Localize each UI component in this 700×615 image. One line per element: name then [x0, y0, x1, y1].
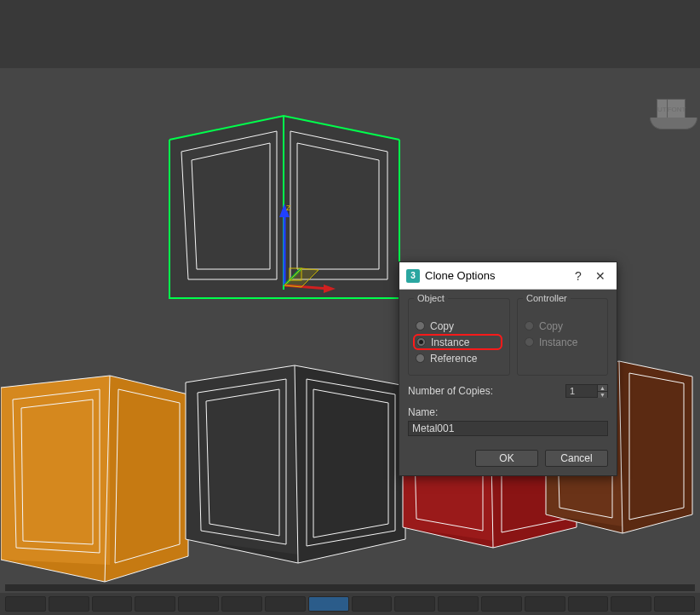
controller-group: Controller Copy Instance [517, 298, 608, 376]
radio-icon [525, 321, 534, 330]
object-group: Object Copy Instance Reference [408, 298, 510, 376]
controller-instance-radio: Instance [525, 334, 600, 350]
timeline-slot[interactable] [265, 596, 306, 612]
timeline-slot[interactable] [92, 596, 133, 612]
timeline-slot[interactable] [308, 596, 349, 612]
timeline-slot[interactable] [352, 596, 393, 612]
copies-label: Number of Copies: [408, 385, 493, 397]
timeline-slot[interactable] [525, 596, 565, 612]
ok-button[interactable]: OK [475, 450, 538, 467]
spinner-up-icon[interactable]: ▲ [598, 385, 607, 392]
timeline-slot[interactable] [221, 596, 262, 612]
controller-group-legend: Controller [523, 293, 571, 303]
view-cube[interactable]: UT FONT [651, 99, 692, 126]
timeline-slot[interactable] [568, 596, 609, 612]
dialog-title: Clone Options [425, 269, 567, 282]
name-label: Name: [408, 406, 438, 418]
timeline-seg [5, 585, 695, 591]
help-button[interactable]: ? [567, 265, 589, 287]
copies-row: Number of Copies: 1 ▲ ▼ [408, 384, 608, 398]
timeline-slot[interactable] [394, 596, 435, 612]
close-button[interactable]: ✕ [589, 265, 611, 287]
spinner-down-icon[interactable]: ▼ [598, 392, 607, 398]
timeline-slot[interactable] [5, 596, 46, 612]
crate-dark[interactable] [182, 362, 408, 566]
timeline-slot[interactable] [611, 596, 651, 612]
copies-value[interactable]: 1 [566, 385, 597, 397]
controller-copy-radio: Copy [525, 318, 600, 334]
object-instance-label: Instance [431, 336, 469, 348]
move-gizmo[interactable]: z [261, 200, 337, 298]
app-icon: 3 [406, 269, 420, 283]
timeline-slot[interactable] [438, 596, 479, 612]
view-cube-face-left[interactable]: UT [657, 100, 668, 118]
crate-orange[interactable] [1, 362, 188, 589]
view-cube-ring[interactable] [650, 118, 697, 129]
timeline-track[interactable] [5, 584, 695, 591]
svg-marker-7 [324, 285, 336, 293]
object-reference-label: Reference [430, 353, 477, 365]
radio-icon [525, 337, 534, 347]
radio-icon [416, 321, 425, 330]
svg-marker-13 [186, 365, 298, 555]
timeline-slot[interactable] [481, 596, 522, 612]
controller-copy-label: Copy [539, 320, 563, 332]
bottom-toolbar[interactable] [0, 593, 700, 615]
view-cube-face-right[interactable]: FONT [668, 100, 686, 118]
object-group-legend: Object [414, 293, 448, 303]
timeline-slot[interactable] [49, 596, 89, 612]
timeline-slot[interactable] [654, 596, 695, 612]
viewport[interactable]: UT FONT [0, 0, 700, 615]
radio-icon [416, 337, 426, 347]
view-cube-body[interactable]: UT FONT [657, 99, 686, 119]
copies-spinner[interactable]: 1 ▲ ▼ [565, 384, 608, 398]
object-reference-radio[interactable]: Reference [416, 350, 502, 366]
gizmo-z-label: z [286, 202, 291, 212]
clone-options-dialog: 3 Clone Options ? ✕ Object Copy Instance [399, 262, 617, 476]
controller-instance-label: Instance [539, 336, 577, 348]
radio-icon [416, 353, 425, 363]
dialog-titlebar[interactable]: 3 Clone Options ? ✕ [399, 262, 617, 290]
timeline-slot[interactable] [178, 596, 219, 612]
name-input[interactable] [408, 421, 608, 436]
object-copy-radio[interactable]: Copy [416, 318, 502, 334]
cancel-button[interactable]: Cancel [545, 450, 608, 467]
object-instance-radio[interactable]: Instance [413, 334, 502, 350]
object-copy-label: Copy [430, 320, 454, 332]
timeline-slot[interactable] [135, 596, 175, 612]
